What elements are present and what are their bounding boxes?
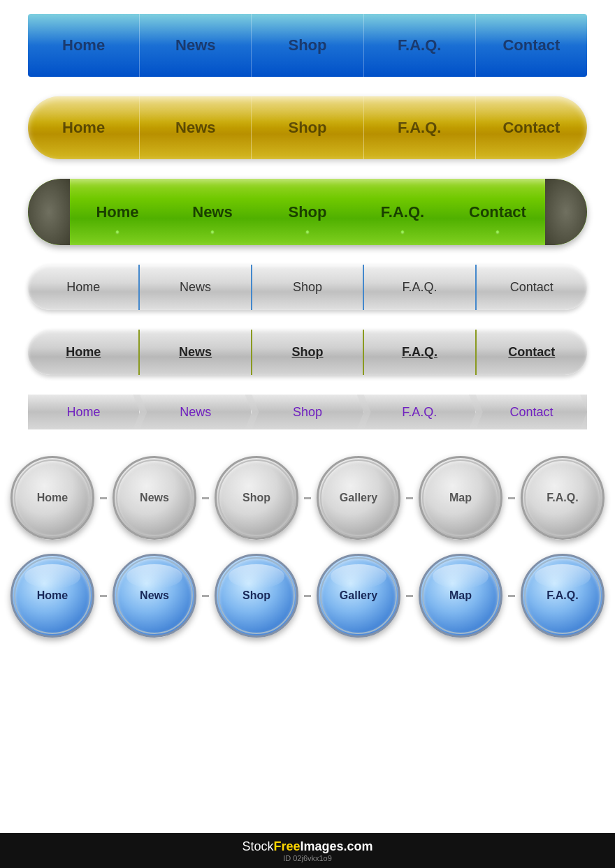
nav-silver-contact[interactable]: Contact <box>477 265 587 310</box>
nav-blue-home[interactable]: Home <box>28 14 140 77</box>
circle-gray-news[interactable]: News <box>113 456 196 540</box>
nav-chevron-home[interactable]: Home <box>28 395 140 429</box>
circle-gray-shop-label: Shop <box>243 492 270 504</box>
nav-green-shop[interactable]: Shop <box>260 179 355 245</box>
connector <box>202 595 209 597</box>
nav-green-news[interactable]: News <box>165 179 260 245</box>
nav-bar-silver-blue: Home News Shop F.A.Q. Contact <box>28 265 587 310</box>
nav-bar-chevron: Home News Shop F.A.Q. Contact <box>28 395 587 429</box>
nav-gold-shop[interactable]: Shop <box>252 96 363 159</box>
connector <box>304 497 311 499</box>
nav-gray-contact[interactable]: Contact <box>477 330 587 375</box>
circle-gray-news-label: News <box>140 492 169 504</box>
nav-silver-news[interactable]: News <box>140 265 252 310</box>
nav-gray-home[interactable]: Home <box>28 330 140 375</box>
circle-blue-gallery[interactable]: Gallery <box>317 554 400 638</box>
circle-blue-faq[interactable]: F.A.Q. <box>521 554 605 638</box>
connector <box>100 497 107 499</box>
nav-blue-faq[interactable]: F.A.Q. <box>364 14 476 77</box>
nav-bar-gray-underline: Home News Shop F.A.Q. Contact <box>28 330 587 375</box>
circle-blue-news[interactable]: News <box>113 554 196 638</box>
connector <box>406 595 413 597</box>
nav-gold-news[interactable]: News <box>140 96 252 159</box>
footer-id: ID 02j6vkx1o9 <box>283 854 332 862</box>
nav-bar-green: Home News Shop F.A.Q. Contact <box>28 179 587 245</box>
nav-chevron-news[interactable]: News <box>140 395 252 429</box>
circle-blue-news-label: News <box>140 589 169 602</box>
nav-gold-faq[interactable]: F.A.Q. <box>364 96 476 159</box>
nav-gold-home[interactable]: Home <box>28 96 140 159</box>
nav-gray-news[interactable]: News <box>140 330 252 375</box>
footer-free: Free <box>273 839 300 853</box>
circle-row-gray: Home News Shop Gallery Map F.A.Q. <box>28 456 587 540</box>
connector <box>100 595 107 597</box>
nav-chevron-shop[interactable]: Shop <box>252 395 363 429</box>
circle-gray-faq-label: F.A.Q. <box>547 492 578 504</box>
connector <box>406 497 413 499</box>
circle-gray-shop[interactable]: Shop <box>215 456 298 540</box>
nav-green-home[interactable]: Home <box>70 179 165 245</box>
nav-gray-shop[interactable]: Shop <box>252 330 364 375</box>
nav-chevron-contact[interactable]: Contact <box>476 395 587 429</box>
connector <box>508 497 515 499</box>
circle-blue-shop[interactable]: Shop <box>215 554 298 638</box>
circle-gray-gallery[interactable]: Gallery <box>317 456 400 540</box>
nav-gray-faq[interactable]: F.A.Q. <box>364 330 476 375</box>
footer-stock: Stock <box>242 839 273 853</box>
circle-blue-home-label: Home <box>37 589 68 602</box>
connector <box>304 595 311 597</box>
connector <box>202 497 209 499</box>
footer-images: Images.com <box>301 839 373 853</box>
circle-blue-map[interactable]: Map <box>419 554 502 638</box>
nav-silver-shop[interactable]: Shop <box>252 265 364 310</box>
nav-blue-news[interactable]: News <box>140 14 252 77</box>
nav-blue-contact[interactable]: Contact <box>476 14 587 77</box>
circle-row-blue: Home News Shop Gallery Map F.A.Q. <box>28 554 587 638</box>
nav-blue-shop[interactable]: Shop <box>252 14 363 77</box>
footer: StockFreeImages.com ID 02j6vkx1o9 <box>0 833 615 868</box>
nav-bar-gold: Home News Shop F.A.Q. Contact <box>28 96 587 159</box>
circle-gray-gallery-label: Gallery <box>340 492 377 504</box>
circle-gray-home[interactable]: Home <box>10 456 94 540</box>
circle-blue-shop-label: Shop <box>243 589 270 602</box>
nav-green-contact[interactable]: Contact <box>450 179 545 245</box>
circle-blue-map-label: Map <box>449 589 472 602</box>
circle-gray-map-label: Map <box>449 492 472 504</box>
circle-gray-home-label: Home <box>37 492 68 504</box>
nav-silver-faq[interactable]: F.A.Q. <box>364 265 476 310</box>
circle-blue-faq-label: F.A.Q. <box>547 589 578 602</box>
circle-gray-map[interactable]: Map <box>419 456 502 540</box>
circle-gray-faq[interactable]: F.A.Q. <box>521 456 605 540</box>
nav-silver-home[interactable]: Home <box>28 265 140 310</box>
circle-blue-home[interactable]: Home <box>10 554 94 638</box>
footer-brand: StockFreeImages.com <box>242 839 372 854</box>
nav-bar-blue: Home News Shop F.A.Q. Contact <box>28 14 587 77</box>
nav-green-faq[interactable]: F.A.Q. <box>355 179 450 245</box>
circle-blue-gallery-label: Gallery <box>340 589 377 602</box>
connector <box>508 595 515 597</box>
nav-gold-contact[interactable]: Contact <box>476 96 587 159</box>
nav-chevron-faq[interactable]: F.A.Q. <box>364 395 476 429</box>
